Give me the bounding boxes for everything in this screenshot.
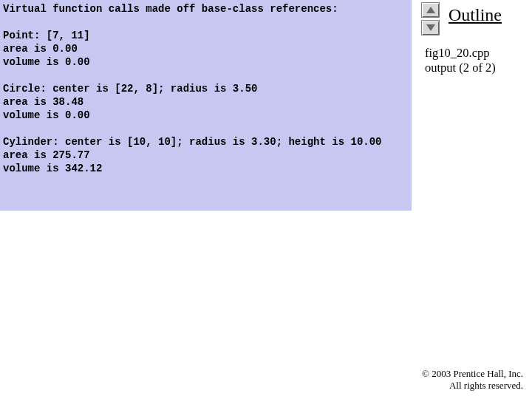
- output-circle-line1: Circle: center is [22, 8]; radius is 3.5…: [3, 83, 257, 95]
- sidebar: Outline fig10_20.cppoutput (2 of 2): [412, 0, 532, 399]
- rights-text: All rights reserved.: [422, 380, 523, 392]
- triangle-up-icon: [426, 7, 435, 13]
- triangle-down-icon: [426, 24, 435, 31]
- outline-heading: Outline: [449, 5, 502, 25]
- output-cylinder-line3: volume is 342.12: [3, 163, 102, 174]
- nav-buttons: [421, 2, 440, 38]
- output-point-line2: area is 0.00: [3, 43, 78, 55]
- output-circle-line2: area is 38.48: [3, 96, 83, 108]
- slide-stage: Virtual function calls made off base-cla…: [0, 0, 532, 399]
- output-cylinder-line1: Cylinder: center is [10, 10]; radius is …: [3, 136, 381, 148]
- output-cylinder-line2: area is 275.77: [3, 149, 90, 161]
- copyright-text: © 2003 Prentice Hall, Inc.: [422, 368, 523, 380]
- next-slide-button[interactable]: [421, 20, 440, 35]
- program-output-panel: Virtual function calls made off base-cla…: [0, 0, 412, 211]
- output-circle-line3: volume is 0.00: [3, 109, 90, 121]
- output-point-line1: Point: [7, 11]: [3, 30, 90, 41]
- footer: © 2003 Prentice Hall, Inc. All rights re…: [422, 368, 523, 392]
- file-label: fig10_20.cppoutput (2 of 2): [425, 46, 496, 75]
- output-point-line3: volume is 0.00: [3, 56, 90, 68]
- prev-slide-button[interactable]: [421, 2, 440, 18]
- program-output-text: Virtual function calls made off base-cla…: [3, 2, 381, 175]
- output-header: Virtual function calls made off base-cla…: [3, 3, 338, 15]
